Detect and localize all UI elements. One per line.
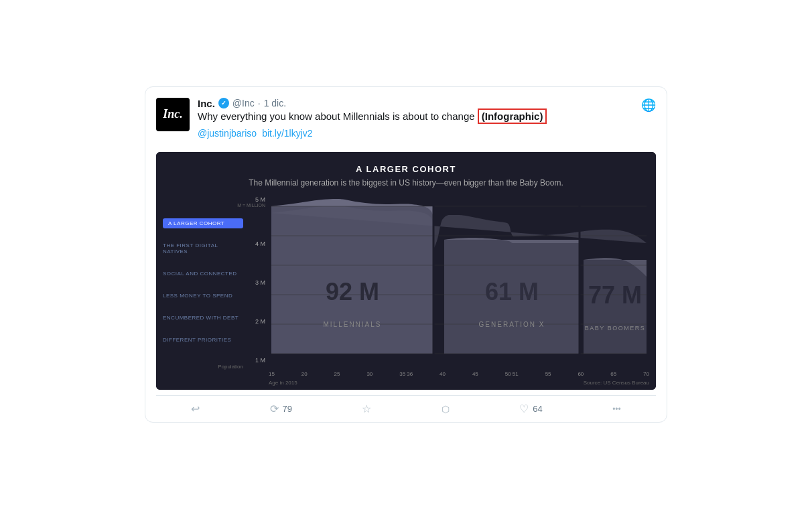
nav-item-5[interactable]: DIFFERENT PRIORITIES: [163, 335, 243, 345]
handle[interactable]: @Inc: [232, 98, 255, 108]
like-action[interactable]: ♡ 64: [519, 403, 542, 415]
infographic-subtitle: The Millennial generation is the biggest…: [170, 178, 642, 188]
retweet-count: 79: [283, 404, 292, 414]
y-label-2m: 2 M: [255, 318, 265, 325]
like-icon: ♡: [519, 403, 529, 415]
svg-text:MILLENNIALS: MILLENNIALS: [323, 321, 381, 328]
chart-nav-col: A LARGER COHORT THE FIRST DIGITAL NATIVE…: [163, 193, 243, 390]
globe-icon: 🌐: [641, 98, 656, 113]
infographic-inner: A LARGER COHORT The Millennial generatio…: [156, 152, 656, 390]
x-label-40: 40: [439, 371, 446, 377]
x-label-3536: 35 36: [399, 371, 413, 377]
y-label-3m: 3 M: [255, 279, 265, 286]
population-label: Population: [163, 364, 243, 370]
infographic-footer: Age in 2015 Source: US Census Bureau: [243, 377, 649, 390]
infographic-header: A LARGER COHORT The Millennial generatio…: [156, 152, 656, 193]
mention-link[interactable]: @justinjbariso: [198, 128, 257, 139]
tweet-text: Why everything you know about Millennial…: [198, 109, 656, 125]
verified-icon: [218, 98, 229, 108]
x-label-30: 30: [366, 371, 373, 377]
svg-text:92 M: 92 M: [326, 278, 379, 305]
chart-svg-wrapper: 92 M MILLENNIALS 61 M GENERATION X 77 M …: [269, 193, 649, 377]
bookmark-action[interactable]: ☆: [362, 403, 371, 415]
x-label-25: 25: [334, 371, 340, 377]
avatar-text: Inc.: [163, 107, 183, 121]
reply-action[interactable]: ↩: [191, 403, 200, 415]
retweet-action[interactable]: ⟳ 79: [270, 403, 292, 415]
svg-text:61 M: 61 M: [485, 278, 539, 305]
tweet-meta: Inc. @Inc · 1 dic. Why everything you kn…: [198, 98, 656, 146]
avatar[interactable]: Inc.: [156, 98, 190, 131]
footer-age-label: Age in 2015: [269, 380, 297, 386]
nav-item-4[interactable]: ENCUMBERED WITH DEBT: [163, 313, 243, 323]
more-action[interactable]: •••: [612, 405, 621, 414]
tweet-header: Inc. Inc. @Inc · 1 dic. Why everything y…: [156, 98, 656, 146]
x-label-70: 70: [643, 371, 649, 377]
x-label-5051: 50 51: [505, 371, 519, 377]
infographic-highlight: (Infographic): [478, 108, 547, 124]
nav-item-3[interactable]: LESS MONEY TO SPEND: [163, 291, 243, 301]
tweet-links: @justinjbariso bit.ly/1lkyjv2: [198, 128, 656, 139]
bookmark-icon: ☆: [362, 403, 371, 415]
more-icon: •••: [612, 405, 621, 414]
nav-item-1[interactable]: THE FIRST DIGITAL NATIVES: [163, 240, 243, 257]
share-icon: ⬡: [442, 404, 450, 415]
svg-text:BABY BOOMERS: BABY BOOMERS: [585, 325, 645, 332]
tweet-user-row: Inc. @Inc · 1 dic.: [198, 98, 656, 109]
dot: ·: [258, 98, 261, 108]
x-label-45: 45: [472, 371, 478, 377]
svg-text:GENERATION X: GENERATION X: [479, 321, 545, 328]
y-label-1m: 1 M: [255, 357, 265, 364]
reply-icon: ↩: [191, 403, 200, 415]
x-label-60: 60: [578, 371, 584, 377]
chart-svg: 92 M MILLENNIALS 61 M GENERATION X 77 M …: [269, 193, 649, 367]
infographic-title: A LARGER COHORT: [170, 164, 642, 174]
y-sublabel: M = MILLION: [237, 203, 265, 208]
nav-item-0[interactable]: A LARGER COHORT: [163, 218, 243, 228]
svg-text:77 M: 77 M: [588, 281, 642, 309]
timestamp: 1 dic.: [264, 98, 286, 108]
like-count: 64: [533, 404, 542, 414]
y-label-5m: 5 M: [255, 196, 265, 203]
tweet-actions: ↩ ⟳ 79 ☆ ⬡ ♡ 64 •••: [156, 395, 656, 422]
url-link[interactable]: bit.ly/1lkyjv2: [262, 128, 312, 139]
footer-source: Source: US Census Bureau: [584, 380, 649, 386]
y-label-4m: 4 M: [255, 240, 265, 247]
tweet-text-before: Why everything you know about Millennial…: [198, 111, 475, 122]
x-label-65: 65: [610, 371, 616, 377]
nav-item-2[interactable]: SOCIAL AND CONNECTED: [163, 269, 243, 279]
x-axis-labels: 15 20 25 30 35 36 40 45 50 51 55 60 65: [269, 370, 649, 377]
x-label-20: 20: [301, 371, 308, 377]
x-label-15: 15: [269, 371, 275, 377]
retweet-icon: ⟳: [270, 403, 279, 415]
tweet-card: 🌐 Inc. Inc. @Inc · 1 dic. Why everything…: [145, 86, 667, 423]
x-label-55: 55: [545, 371, 551, 377]
infographic-container: A LARGER COHORT The Millennial generatio…: [156, 152, 656, 390]
share-action[interactable]: ⬡: [442, 404, 450, 415]
display-name[interactable]: Inc.: [198, 98, 215, 109]
